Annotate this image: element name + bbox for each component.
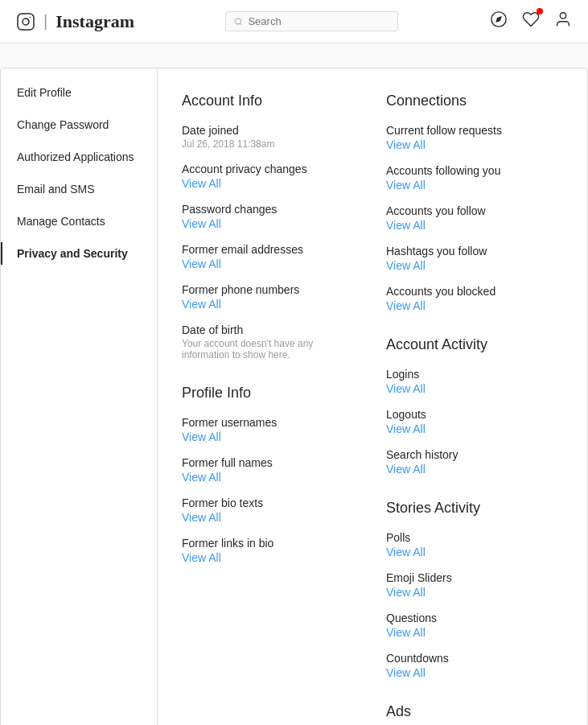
date-of-birth-sub: Your account doesn't have any informatio… bbox=[182, 338, 354, 360]
account-info-section: Account Info Date joined Jul 26, 2018 11… bbox=[182, 93, 354, 360]
former-bio-link[interactable]: View All bbox=[182, 511, 354, 524]
stories-activity-section: Stories Activity Polls View All Emoji Sl… bbox=[386, 500, 563, 679]
questions-link[interactable]: View All bbox=[386, 626, 563, 639]
questions-label: Questions bbox=[386, 612, 563, 624]
emoji-sliders-link[interactable]: View All bbox=[386, 586, 563, 599]
profile-info-section: Profile Info Former usernames View All F… bbox=[182, 385, 354, 564]
logins-link[interactable]: View All bbox=[386, 382, 563, 395]
topnav-right bbox=[490, 10, 572, 33]
following-you-link[interactable]: View All bbox=[386, 179, 563, 192]
ads-section: Ads Ads Interests View All bbox=[386, 703, 563, 725]
sidebar-item-change-password[interactable]: Change Password bbox=[1, 109, 157, 141]
profile-icon[interactable] bbox=[554, 10, 572, 33]
former-phone-label: Former phone numbers bbox=[182, 283, 354, 296]
former-fullnames-link[interactable]: View All bbox=[182, 471, 354, 484]
search-history-label: Search history bbox=[386, 448, 563, 461]
svg-marker-6 bbox=[495, 16, 502, 23]
follow-requests-label: Current follow requests bbox=[386, 124, 563, 137]
account-privacy-changes-group: Account privacy changes View All bbox=[182, 163, 354, 190]
password-changes-link[interactable]: View All bbox=[182, 217, 354, 230]
connections-title: Connections bbox=[386, 93, 563, 109]
sidebar-item-authorized-applications[interactable]: Authorized Applications bbox=[1, 141, 157, 173]
search-input[interactable] bbox=[248, 15, 389, 27]
svg-point-2 bbox=[30, 16, 31, 18]
stories-activity-title: Stories Activity bbox=[386, 500, 563, 517]
ads-title: Ads bbox=[386, 703, 563, 720]
topnav-divider: | bbox=[43, 12, 47, 31]
search-history-link[interactable]: View All bbox=[386, 463, 563, 476]
following-you-label: Accounts following you bbox=[386, 164, 563, 177]
former-phone-link[interactable]: View All bbox=[182, 298, 354, 311]
former-phone-group: Former phone numbers View All bbox=[182, 283, 354, 311]
top-navigation: | Instagram bbox=[0, 0, 588, 43]
svg-point-7 bbox=[560, 12, 565, 18]
sidebar-item-edit-profile[interactable]: Edit Profile bbox=[1, 76, 157, 109]
follow-requests-group: Current follow requests View All bbox=[386, 124, 563, 151]
former-email-group: Former email addresses View All bbox=[182, 243, 354, 270]
former-links-label: Former links in bio bbox=[182, 537, 354, 550]
search-box[interactable] bbox=[225, 11, 398, 31]
topnav-left: | Instagram bbox=[16, 11, 134, 32]
emoji-sliders-label: Emoji Sliders bbox=[386, 571, 563, 584]
countdowns-link[interactable]: View All bbox=[386, 666, 563, 679]
hashtags-you-follow-link[interactable]: View All bbox=[386, 259, 563, 272]
logouts-label: Logouts bbox=[386, 408, 563, 421]
date-of-birth-label: Date of birth bbox=[182, 323, 354, 336]
svg-point-1 bbox=[23, 19, 29, 25]
former-usernames-label: Former usernames bbox=[182, 416, 354, 429]
date-joined-label: Date joined bbox=[182, 124, 354, 137]
follow-requests-link[interactable]: View All bbox=[386, 138, 563, 151]
countdowns-group: Countdowns View All bbox=[386, 652, 563, 679]
sidebar-item-email-sms[interactable]: Email and SMS bbox=[1, 173, 157, 205]
hashtags-you-follow-group: Hashtags you follow View All bbox=[386, 245, 563, 272]
instagram-logo-icon bbox=[16, 12, 35, 31]
accounts-you-follow-group: Accounts you follow View All bbox=[386, 204, 563, 232]
former-links-group: Former links in bio View All bbox=[182, 537, 354, 564]
date-of-birth-group: Date of birth Your account doesn't have … bbox=[182, 323, 354, 360]
account-activity-title: Account Activity bbox=[386, 336, 563, 353]
polls-link[interactable]: View All bbox=[386, 546, 563, 558]
svg-line-4 bbox=[241, 23, 242, 25]
polls-group: Polls View All bbox=[386, 531, 563, 558]
accounts-blocked-link[interactable]: View All bbox=[386, 299, 563, 312]
accounts-you-follow-label: Accounts you follow bbox=[386, 204, 563, 217]
sidebar: Edit Profile Change Password Authorized … bbox=[1, 68, 158, 725]
date-joined-group: Date joined Jul 26, 2018 11:38am bbox=[182, 124, 354, 150]
account-info-title: Account Info bbox=[182, 93, 354, 109]
account-privacy-changes-link[interactable]: View All bbox=[182, 177, 354, 190]
left-column: Account Info Date joined Jul 26, 2018 11… bbox=[182, 93, 354, 725]
former-fullnames-group: Former full names View All bbox=[182, 456, 354, 484]
search-history-group: Search history View All bbox=[386, 448, 563, 476]
date-joined-value: Jul 26, 2018 11:38am bbox=[182, 138, 354, 150]
former-bio-group: Former bio texts View All bbox=[182, 496, 354, 524]
former-usernames-link[interactable]: View All bbox=[182, 430, 354, 443]
accounts-you-follow-link[interactable]: View All bbox=[386, 219, 563, 232]
heart-icon[interactable] bbox=[522, 10, 540, 33]
logins-label: Logins bbox=[386, 368, 563, 381]
compass-icon[interactable] bbox=[490, 10, 508, 33]
password-changes-group: Password changes View All bbox=[182, 203, 354, 230]
right-column: Connections Current follow requests View… bbox=[386, 93, 563, 725]
former-fullnames-label: Former full names bbox=[182, 456, 354, 469]
instagram-wordmark: Instagram bbox=[56, 11, 134, 32]
page-wrapper: Edit Profile Change Password Authorized … bbox=[0, 68, 588, 725]
polls-label: Polls bbox=[386, 531, 563, 544]
password-changes-label: Password changes bbox=[182, 203, 354, 216]
questions-group: Questions View All bbox=[386, 612, 563, 639]
former-links-link[interactable]: View All bbox=[182, 551, 354, 564]
svg-point-3 bbox=[236, 18, 241, 23]
accounts-blocked-group: Accounts you blocked View All bbox=[386, 285, 563, 312]
svg-rect-0 bbox=[18, 14, 34, 30]
former-email-link[interactable]: View All bbox=[182, 257, 354, 270]
logins-group: Logins View All bbox=[386, 368, 563, 395]
following-you-group: Accounts following you View All bbox=[386, 164, 563, 192]
content-columns: Account Info Date joined Jul 26, 2018 11… bbox=[182, 93, 563, 725]
sidebar-item-privacy-security[interactable]: Privacy and Security bbox=[1, 237, 157, 270]
connections-section: Connections Current follow requests View… bbox=[386, 93, 563, 312]
sidebar-item-manage-contacts[interactable]: Manage Contacts bbox=[1, 205, 157, 237]
logouts-link[interactable]: View All bbox=[386, 422, 563, 435]
accounts-blocked-label: Accounts you blocked bbox=[386, 285, 563, 298]
account-privacy-changes-label: Account privacy changes bbox=[182, 163, 354, 175]
countdowns-label: Countdowns bbox=[386, 652, 563, 665]
former-bio-label: Former bio texts bbox=[182, 496, 354, 509]
